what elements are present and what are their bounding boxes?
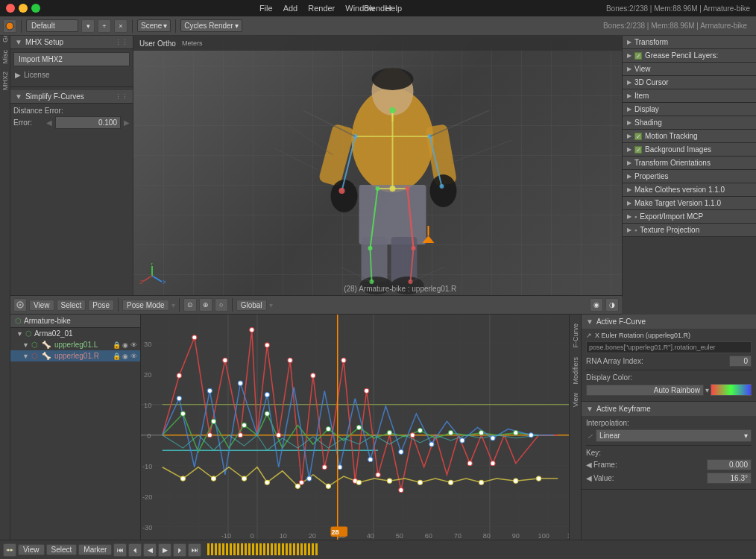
svg-rect-7 (318, 123, 356, 186)
window-controls[interactable] (6, 4, 40, 13)
make-target-section: ▶ Make Target Version 1.1.0 (623, 197, 756, 210)
transform-header[interactable]: ▶ Transform (623, 36, 756, 48)
mkt-header[interactable]: ▶ Make Target Version 1.1.0 (623, 197, 756, 209)
view-tab-curve[interactable]: View (570, 390, 581, 410)
mt-checkbox[interactable]: ✓ (634, 133, 642, 140)
svg-point-138 (460, 438, 464, 443)
tl-next-key[interactable]: ⏵ (173, 543, 186, 557)
rna-value[interactable]: 0 (729, 356, 752, 367)
shading-header[interactable]: ▶ Shading (623, 116, 756, 129)
frame-label: Frame: (593, 461, 617, 469)
add-screen[interactable]: + (98, 19, 111, 33)
ul-restrict[interactable]: 🔒 ◉ 👁 (113, 341, 137, 349)
interp-dropdown[interactable]: Linear ▾ (596, 429, 752, 442)
menu-add[interactable]: Add (279, 2, 303, 14)
minimize-button[interactable] (19, 4, 28, 13)
select-menu-btn[interactable]: Select (57, 300, 86, 311)
svg-point-141 (180, 476, 185, 481)
maximize-button[interactable] (31, 4, 40, 13)
tl-marker-btn[interactable]: Marker (78, 544, 112, 555)
cursor-header[interactable]: ▶ 3D Cursor (623, 76, 756, 89)
motion-tracking-header[interactable]: ▶ ✓ Motion Tracking (623, 130, 756, 142)
frame-dec[interactable]: ◀ (586, 461, 592, 469)
gp-checkbox[interactable]: ✓ (634, 52, 642, 60)
frame-value[interactable]: 0.000 (707, 459, 752, 470)
import-mhx2-btn[interactable]: Import MHX2 (13, 52, 130, 66)
outliner-item-upperleg-l[interactable]: ▼ ⬡ 🦴 upperleg01.L 🔒 ◉ 👁 (10, 339, 140, 350)
mode-default[interactable]: Default (26, 19, 78, 32)
close-button[interactable] (6, 4, 15, 13)
blender-logo-icon[interactable] (3, 19, 16, 33)
tl-key (230, 543, 232, 555)
misc-tab[interactable]: Misc (1, 47, 10, 67)
menu-render[interactable]: Render (303, 2, 339, 14)
active-keyframe-title: Active Keyframe (596, 405, 651, 413)
tl-select-btn[interactable]: Select (46, 544, 78, 555)
bg-images-header[interactable]: ▶ ✓ Background Images (623, 143, 756, 156)
ei-header[interactable]: ▶ ▪ Export/Import MCP (623, 210, 756, 223)
item-header[interactable]: ▶ Item (623, 89, 756, 102)
timeline-bar[interactable] (204, 540, 756, 559)
tl-play-end[interactable]: ⏭ (188, 543, 201, 557)
display-header[interactable]: ▶ Display (623, 103, 756, 116)
license-section[interactable]: ▶ License (13, 68, 130, 80)
tl-play-back[interactable]: ⏮ (113, 543, 127, 557)
mhx-setup-header[interactable]: ▼ MHX Setup ⋮⋮ (10, 36, 133, 49)
data-path-input[interactable] (586, 341, 752, 353)
properties-header[interactable]: ▶ Properties (623, 170, 756, 183)
value-value[interactable]: 16.3° (707, 473, 752, 484)
screen-dropdown[interactable]: ▾ (81, 19, 95, 33)
curve-outliner: ⬡ Armature-bike ▼ ⬡ Arma02_01 ▼ ⬡ 🦴 uppe… (10, 315, 141, 540)
modifiers-tab[interactable]: Modifiers (570, 354, 581, 388)
engine-selector[interactable]: Cycles Render▾ (180, 19, 242, 32)
tl-prev-key[interactable]: ⏴ (128, 543, 142, 557)
tl-key (267, 543, 269, 555)
view-menu-btn[interactable]: View (29, 300, 54, 311)
scene-selector[interactable]: Scene▾ (137, 19, 171, 32)
tl-play-rev[interactable]: ◀ (143, 543, 157, 557)
pose-mode-btn[interactable]: Pose Mode (122, 300, 169, 311)
display-section: ▶ Display (623, 103, 756, 116)
color-mode-select[interactable]: Auto Rainbow (586, 385, 704, 396)
svg-point-146 (326, 484, 330, 488)
value-dec[interactable]: ◀ (586, 474, 592, 482)
view-header[interactable]: ▶ View (623, 63, 756, 75)
tl-key (207, 543, 210, 555)
mc-header[interactable]: ▶ Make Clothes version 1.1.0 (623, 183, 756, 196)
svg-point-27 (368, 246, 373, 250)
remove-screen[interactable]: × (114, 19, 127, 33)
active-fcurve-tab[interactable]: F-Curve (570, 320, 581, 351)
simplify-fcurves-header[interactable]: ▼ Simplify F-Curves ⋮⋮ (10, 90, 133, 104)
bg-checkbox[interactable]: ✓ (634, 146, 642, 154)
tl-play-fwd[interactable]: ▶ (158, 543, 171, 557)
svg-point-104 (265, 343, 269, 347)
pose-menu-btn[interactable]: Pose (88, 300, 114, 311)
viewport-shading-icon[interactable]: ◑ (605, 298, 619, 312)
timeline-icon[interactable] (3, 543, 16, 557)
svg-point-137 (429, 442, 434, 446)
render-preview-icon[interactable]: ◉ (590, 298, 603, 312)
tl-view-btn[interactable]: View (18, 544, 45, 555)
global-btn[interactable]: Global (236, 300, 267, 311)
ei-arrow: ▶ (627, 213, 631, 220)
svg-point-115 (410, 433, 415, 438)
viewport-mode-icon[interactable] (13, 298, 27, 312)
ur-restrict[interactable]: 🔒 ◉ 👁 (113, 353, 137, 360)
snap-icon[interactable]: ⊕ (199, 298, 212, 312)
outliner-item-arma[interactable]: ▼ ⬡ Arma02_01 (10, 328, 140, 339)
transform-orientations-section: ▶ Transform Orientations (623, 157, 756, 170)
svg-point-142 (211, 476, 215, 481)
proportional-icon[interactable]: ○ (215, 298, 228, 312)
svg-point-101 (223, 358, 227, 362)
grease-pencil-header[interactable]: ▶ ✓ Grease Pencil Layers: (623, 49, 756, 62)
tp-header[interactable]: ▶ ▪ Texture Projection (623, 224, 756, 236)
mhx2-tab[interactable]: MHX2 (1, 69, 10, 93)
error-value-input[interactable] (55, 116, 121, 129)
outliner-item-upperleg-r[interactable]: ▼ ⬡ 🦴 upperleg01.R 🔒 ◉ 👁 (10, 350, 140, 361)
svg-text:50: 50 (396, 532, 403, 540)
pivot-point-icon[interactable]: ⊙ (183, 298, 197, 312)
fcurve-graph[interactable]: 30 20 10 0 -10 -20 -30 -10 0 10 20 30 40… (141, 315, 581, 540)
svg-point-51 (19, 304, 22, 306)
to-header[interactable]: ▶ Transform Orientations (623, 157, 756, 169)
menu-file[interactable]: File (255, 2, 277, 14)
